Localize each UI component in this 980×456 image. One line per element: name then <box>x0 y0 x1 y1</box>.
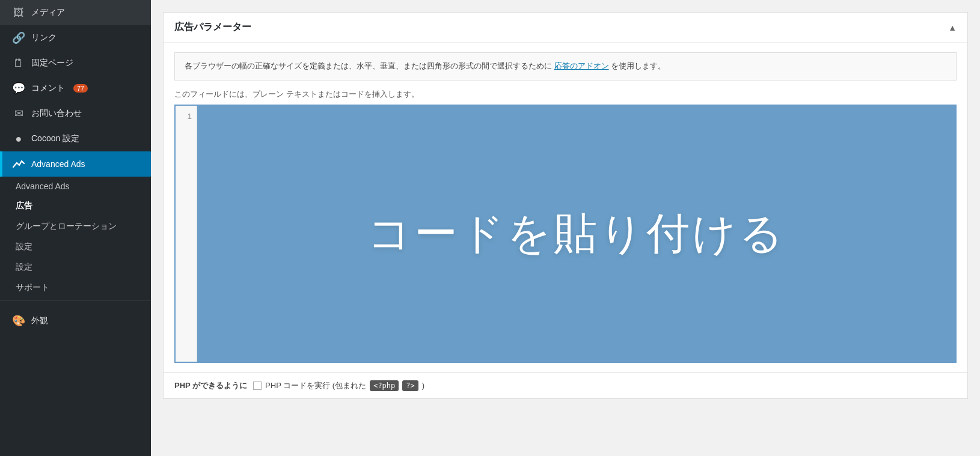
submenu-label: 広告 <box>16 201 32 211</box>
submenu-item-advanced-ads-main[interactable]: Advanced Ads <box>0 177 151 196</box>
info-text-before: 各ブラウザーの幅の正確なサイズを定義または、水平、垂直、または四角形の形式の間で… <box>185 61 552 70</box>
php-checkbox-wrapper: PHP コードを実行 (包まれた <?php ?> ) <box>253 380 424 391</box>
main-content: 広告パラメーター ▲ 各ブラウザーの幅の正確なサイズを定義または、水平、垂直、ま… <box>151 0 980 456</box>
sidebar-item-links[interactable]: 🔗 リンク <box>0 25 151 50</box>
sidebar-item-label: Cocoon 設定 <box>31 133 79 144</box>
cocoon-icon: ● <box>12 132 25 145</box>
comments-badge: 77 <box>73 84 88 93</box>
ad-params-panel: 広告パラメーター ▲ 各ブラウザーの幅の正確なサイズを定義または、水平、垂直、ま… <box>163 12 968 373</box>
field-description: このフィールドには、プレーン テキストまたはコードを挿入します。 <box>174 89 957 100</box>
php-close-paren: ) <box>422 381 424 390</box>
submenu-item-groups[interactable]: グループとローテーション <box>0 216 151 237</box>
sidebar-item-label: 外観 <box>31 315 48 326</box>
sidebar-item-label: リンク <box>31 32 57 43</box>
code-input-area[interactable]: コードを貼り付ける <box>197 106 955 362</box>
advanced-ads-icon <box>12 157 25 171</box>
sidebar-item-appearance[interactable]: 🎨 外観 <box>0 308 151 333</box>
addon-link[interactable]: 応答のアドオン <box>554 61 609 70</box>
submenu-label: 設定 <box>16 262 32 273</box>
php-checkbox-label: PHP コードを実行 (包まれた <box>265 380 366 391</box>
sidebar-item-comments[interactable]: 💬 コメント 77 <box>0 76 151 101</box>
line-numbers: 1 <box>176 106 197 362</box>
sidebar-item-cocoon[interactable]: ● Cocoon 設定 <box>0 126 151 151</box>
comments-icon: 💬 <box>12 82 25 95</box>
php-code-end: ?> <box>402 380 418 391</box>
contact-icon: ✉ <box>12 107 25 120</box>
info-box: 各ブラウザーの幅の正確なサイズを定義または、水平、垂直、または四角形の形式の間で… <box>174 52 957 81</box>
code-editor[interactable]: 1 コードを貼り付ける <box>174 105 957 363</box>
sidebar-divider <box>0 300 151 301</box>
sidebar-item-label: Advanced Ads <box>31 159 85 169</box>
sidebar-item-label: 固定ページ <box>31 58 73 68</box>
sidebar: 🖼 メディア 🔗 リンク 🗒 固定ページ 💬 コメント 77 ✉ お問い合わせ … <box>0 0 151 456</box>
line-number-1: 1 <box>180 112 192 121</box>
links-icon: 🔗 <box>12 31 25 44</box>
submenu-item-ads[interactable]: 広告 <box>0 196 151 216</box>
code-placeholder: コードを貼り付ける <box>367 205 786 263</box>
submenu-label: Advanced Ads <box>16 181 70 191</box>
submenu-item-settings2[interactable]: 設定 <box>0 257 151 278</box>
sidebar-item-label: コメント <box>31 83 65 94</box>
sidebar-item-contact[interactable]: ✉ お問い合わせ <box>0 101 151 126</box>
panel-body: 各ブラウザーの幅の正確なサイズを定義または、水平、垂直、または四角形の形式の間で… <box>164 43 967 372</box>
sidebar-item-pages[interactable]: 🗒 固定ページ <box>0 50 151 76</box>
appearance-icon: 🎨 <box>12 314 25 327</box>
submenu-label: グループとローテーション <box>16 221 117 232</box>
sidebar-item-label: メディア <box>31 7 65 18</box>
panel-header: 広告パラメーター ▲ <box>164 13 967 43</box>
collapse-icon[interactable]: ▲ <box>948 23 957 32</box>
php-checkbox[interactable] <box>253 382 262 390</box>
php-section: PHP ができるように PHP コードを実行 (包まれた <?php ?> ) <box>163 373 968 399</box>
panel-title: 広告パラメーター <box>174 21 251 34</box>
sidebar-item-label: お問い合わせ <box>31 108 82 119</box>
php-label: PHP ができるように <box>174 380 247 391</box>
media-icon: 🖼 <box>12 6 25 19</box>
sidebar-item-advanced-ads[interactable]: Advanced Ads <box>0 151 151 177</box>
php-code-start: <?php <box>370 380 399 391</box>
submenu-item-support[interactable]: サポート <box>0 278 151 298</box>
info-text-after: を使用します。 <box>611 61 666 70</box>
submenu-label: サポート <box>16 282 49 293</box>
submenu-label: 設定 <box>16 242 32 252</box>
sidebar-item-media[interactable]: 🖼 メディア <box>0 0 151 25</box>
submenu-item-settings1[interactable]: 設定 <box>0 237 151 257</box>
pages-icon: 🗒 <box>12 56 25 70</box>
